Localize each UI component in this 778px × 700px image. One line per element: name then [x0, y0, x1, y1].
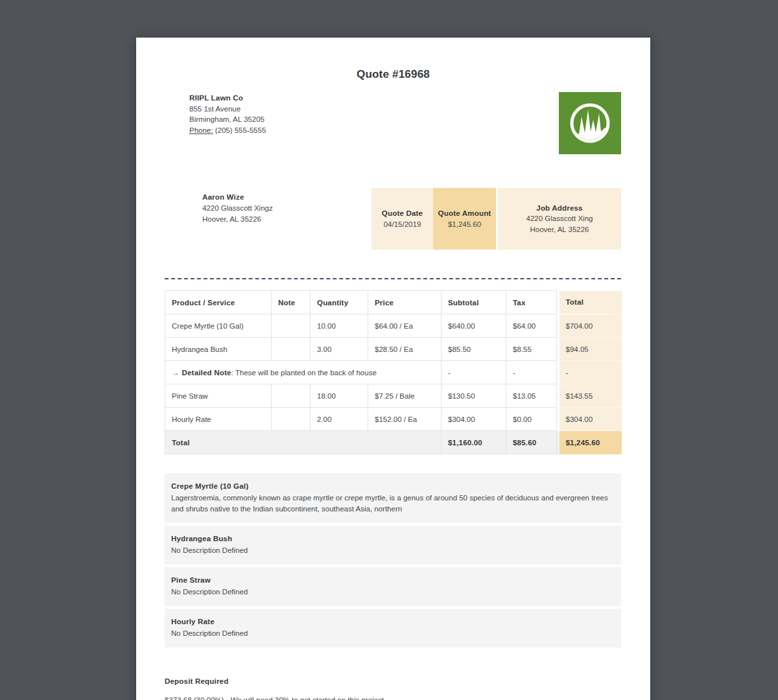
quantity-cell: 3.00	[311, 338, 368, 361]
note-tax-cell: -	[506, 361, 557, 384]
note-subtotal-cell: -	[442, 361, 506, 384]
column-header: Product / Service	[165, 291, 272, 314]
price-cell: $64.00 / Ea	[368, 314, 442, 338]
phone-number: (205) 555-5555	[215, 126, 266, 134]
line-item-row: Pine Straw18.00$7.25 / Bale$130.50$13.05…	[165, 384, 622, 408]
job-address-line1: 4220 Glasscott Xing	[526, 213, 593, 224]
description-block: Crepe Myrtle (10 Gal)Lagerstroemia, comm…	[165, 473, 621, 523]
customer-info: Aaron Wize 4220 Glasscott Xingz Hoover, …	[202, 192, 273, 225]
grand-total-cell: $1,245.60	[560, 431, 622, 454]
company-name: RIIPL Lawn Co	[189, 93, 266, 104]
tax-cell: $13.05	[506, 384, 557, 408]
arrow-right-icon: →	[172, 369, 180, 377]
product-cell: Pine Straw	[165, 384, 272, 408]
product-cell: Hydrangea Bush	[165, 338, 272, 361]
line-item-row: Hydrangea Bush3.00$28.50 / Ea$85.50$8.55…	[165, 338, 622, 361]
page-title: Quote #16968	[136, 68, 650, 81]
quote-date-value: 04/15/2019	[384, 219, 421, 230]
deposit-heading: Deposit Required	[165, 677, 621, 685]
detailed-note-row: →Detailed Note: These will be planted on…	[165, 361, 622, 384]
note-cell	[272, 314, 311, 338]
description-product-name: Hydrangea Bush	[171, 533, 615, 544]
note-text-cell: →Detailed Note: These will be planted on…	[165, 361, 442, 384]
total-subtotal-cell: $1,160.00	[442, 431, 506, 454]
note-cell	[272, 408, 311, 431]
price-cell: $28.50 / Ea	[368, 338, 442, 361]
grass-in-circle-icon	[559, 92, 621, 154]
customer-name: Aaron Wize	[202, 192, 273, 203]
note-cell	[272, 384, 311, 408]
quantity-cell: 18.00	[311, 384, 368, 408]
company-address-line1: 855 1st Avenue	[189, 104, 266, 115]
job-address-label: Job Address	[536, 203, 582, 214]
quote-date-section: Quote Date 04/15/2019	[371, 188, 433, 250]
column-header: Price	[368, 291, 442, 314]
product-cell: Crepe Myrtle (10 Gal)	[165, 314, 272, 338]
note-total-cell: -	[560, 361, 622, 384]
product-descriptions: Crepe Myrtle (10 Gal)Lagerstroemia, comm…	[165, 473, 621, 650]
total-tax-cell: $85.60	[506, 431, 557, 454]
line-items-table: Product / ServiceNoteQuantityPriceSubtot…	[165, 290, 622, 454]
company-address-line2: Birmingham, AL 35205	[189, 114, 266, 125]
table-header-row: Product / ServiceNoteQuantityPriceSubtot…	[165, 291, 622, 314]
description-block: Hourly RateNo Description Defined	[165, 609, 621, 648]
quote-date-label: Quote Date	[382, 208, 423, 219]
quote-amount-label: Quote Amount	[438, 208, 491, 219]
quantity-cell: 10.00	[311, 314, 368, 338]
tax-cell: $0.00	[506, 408, 557, 431]
quote-document-page: Quote #16968 RIIPL Lawn Co 855 1st Avenu…	[136, 38, 650, 700]
deposit-text: $373.68 (30.00%) - We will need 30% to g…	[165, 696, 621, 700]
company-info: RIIPL Lawn Co 855 1st Avenue Birmingham,…	[189, 93, 266, 135]
phone-label: Phone:	[189, 126, 213, 134]
customer-address-line1: 4220 Glasscott Xingz	[202, 203, 273, 214]
table-total-row: Total$1,160.00$85.60$1,245.60	[165, 431, 622, 454]
description-product-name: Hourly Rate	[171, 616, 615, 627]
column-header: Quantity	[311, 291, 368, 314]
line-item-row: Crepe Myrtle (10 Gal)10.00$64.00 / Ea$64…	[165, 314, 622, 338]
note-cell	[272, 338, 311, 361]
job-address-line2: Hoover, AL 35226	[530, 224, 589, 235]
deposit-section: Deposit Required $373.68 (30.00%) - We w…	[165, 677, 621, 700]
price-cell: $7.25 / Bale	[368, 384, 442, 408]
subtotal-cell: $640.00	[442, 314, 506, 338]
column-header: Subtotal	[442, 291, 506, 314]
total-label-cell: Total	[165, 431, 442, 454]
column-header: Tax	[506, 291, 557, 314]
description-text: No Description Defined	[171, 587, 615, 598]
quantity-cell: 2.00	[311, 408, 368, 431]
total-cell: $704.00	[560, 314, 622, 338]
column-header-total: Total	[560, 291, 622, 314]
dashed-divider	[165, 278, 621, 279]
description-text: Lagerstroemia, commonly known as crape m…	[171, 493, 615, 515]
job-address-section: Job Address 4220 Glasscott Xing Hoover, …	[498, 188, 621, 250]
line-item-row: Hourly Rate2.00$152.00 / Ea$304.00$0.00$…	[165, 408, 622, 431]
tax-cell: $64.00	[506, 314, 557, 338]
total-cell: $304.00	[560, 408, 622, 431]
product-cell: Hourly Rate	[165, 408, 272, 431]
tax-cell: $8.55	[506, 338, 557, 361]
total-cell: $94.05	[560, 338, 622, 361]
column-header: Note	[272, 291, 311, 314]
subtotal-cell: $85.50	[442, 338, 506, 361]
subtotal-cell: $130.50	[442, 384, 506, 408]
customer-address-line2: Hoover, AL 35226	[202, 214, 273, 225]
description-block: Hydrangea BushNo Description Defined	[165, 526, 621, 565]
description-block: Pine StrawNo Description Defined	[165, 567, 621, 606]
quote-amount-section: Quote Amount $1,245.60	[433, 188, 496, 250]
company-phone: Phone: (205) 555-5555	[189, 125, 266, 136]
description-product-name: Pine Straw	[171, 575, 615, 586]
total-cell: $143.55	[560, 384, 622, 408]
quote-info-panel: Quote Date 04/15/2019 Quote Amount $1,24…	[371, 188, 621, 250]
description-text: No Description Defined	[171, 545, 615, 556]
price-cell: $152.00 / Ea	[368, 408, 442, 431]
quote-amount-value: $1,245.60	[448, 219, 481, 230]
description-text: No Description Defined	[171, 628, 615, 639]
company-logo	[559, 92, 621, 154]
subtotal-cell: $304.00	[442, 408, 506, 431]
description-product-name: Crepe Myrtle (10 Gal)	[171, 481, 615, 492]
